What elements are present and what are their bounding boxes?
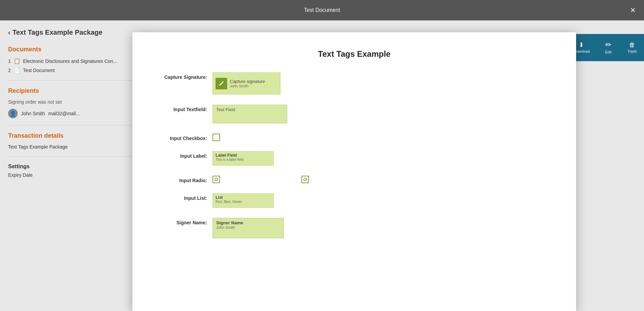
pen-icon — [218, 81, 224, 87]
edit-icon: ✏ — [605, 41, 611, 49]
documents-section-title: Documents — [8, 46, 134, 53]
form-row-signature: Capture Signature: Capture signature Joh… — [153, 72, 556, 94]
list-sub: Red, Blue, Green — [216, 200, 271, 204]
input-list-field[interactable]: List Red, Blue, Green — [213, 193, 274, 208]
doc-number-2: 2 — [8, 68, 11, 73]
signer-sub: John Smith — [216, 225, 280, 229]
form-row-list: Input List: List Red, Blue, Green — [153, 193, 556, 208]
signing-order-text: Signing order was not set — [8, 99, 134, 105]
avatar: 👤 — [8, 109, 18, 118]
form-row-textfield: Input Textfield: Text Field — [153, 105, 556, 123]
doc-icon-1: 📋 — [14, 58, 20, 64]
signature-label: Capture Signature: — [153, 72, 207, 80]
label-field-sub: This is a label field — [216, 158, 271, 161]
textfield-label: Input Textfield: — [153, 105, 207, 112]
signer-name-field[interactable]: Signer Name John Smith — [213, 218, 284, 238]
modal-content: Text Tags Example Capture Signature: Cap… — [132, 32, 576, 265]
signer-label: Signer Name: — [153, 218, 207, 225]
input-label-field[interactable]: Label Field This is a label field — [213, 151, 274, 166]
form-row-radio: Input Radio: — [153, 176, 556, 183]
radio-option-2[interactable] — [301, 176, 309, 183]
modal-title: Text Tags Example — [153, 49, 556, 59]
divider-1 — [8, 80, 134, 81]
textfield-value: Text Field — [216, 107, 235, 112]
close-icon[interactable]: ✕ — [630, 6, 636, 14]
edit-button[interactable]: ✏ Edit — [596, 34, 620, 61]
expiry-label: Expiry Date — [8, 172, 134, 178]
download-icon: ⬇ — [579, 42, 584, 48]
trash-button[interactable]: 🗑 Trash — [620, 34, 644, 61]
recipient-row: 👤 John Smith mail32@mail... — [8, 109, 134, 118]
trash-label: Trash — [627, 49, 637, 53]
input-checkbox[interactable] — [213, 134, 220, 141]
modal-dialog: Text Tags Example Capture Signature: Cap… — [132, 32, 576, 311]
doc-name-1: Electronic Disclosures and Signatures Co… — [23, 58, 117, 64]
transaction-name: Text Tags Example Package — [8, 144, 134, 150]
divider-3 — [8, 156, 134, 157]
recipient-name: John Smith — [21, 111, 45, 116]
form-row-checkbox: Input Checkbox: — [153, 134, 556, 141]
trash-icon: 🗑 — [629, 42, 635, 48]
label-field-label: Input Label: — [153, 151, 207, 159]
capture-sig-sub: John Smith — [230, 84, 265, 88]
back-link[interactable]: ‹ Text Tags Example Package — [8, 29, 134, 36]
recipients-section-title: Recipients — [8, 87, 134, 94]
edit-label: Edit — [605, 50, 612, 54]
signature-text: Capture signature John Smith — [230, 79, 265, 88]
doc-number-1: 1 — [8, 58, 11, 64]
radio-option-1[interactable] — [213, 176, 220, 183]
transaction-section-title: Transaction details — [8, 132, 134, 139]
radio-inner-2 — [303, 178, 307, 181]
radio-row — [213, 176, 309, 183]
capture-sig-main: Capture signature — [230, 79, 265, 84]
back-arrow-icon: ‹ — [8, 29, 11, 36]
form-row-label-field: Input Label: Label Field This is a label… — [153, 151, 556, 166]
doc-item-1[interactable]: 1 📋 Electronic Disclosures and Signature… — [8, 58, 134, 64]
recipient-email: mail32@mail... — [48, 111, 80, 116]
radio-label: Input Radio: — [153, 176, 207, 183]
sidebar: ‹ Text Tags Example Package Documents 1 … — [0, 20, 143, 311]
top-bar-title: Test Document — [304, 7, 340, 13]
form-row-signer: Signer Name: Signer Name John Smith — [153, 218, 556, 238]
list-main: List — [216, 195, 271, 200]
signer-main: Signer Name — [216, 220, 280, 225]
radio-inner-1 — [215, 178, 218, 181]
top-bar: Test Document ✕ — [0, 0, 644, 20]
doc-icon-2: 📄 — [14, 67, 20, 73]
input-textfield[interactable]: Text Field — [213, 105, 287, 123]
doc-item-2[interactable]: 2 📄 Test Document — [8, 67, 134, 73]
doc-name-2: Test Document — [23, 68, 55, 73]
label-field-main: Label Field — [216, 153, 271, 158]
checkbox-label: Input Checkbox: — [153, 134, 207, 141]
pen-icon-box — [216, 78, 227, 89]
page-title: Text Tags Example Package — [13, 29, 103, 36]
list-label: Input List: — [153, 193, 207, 201]
settings-label: Settings — [8, 163, 134, 170]
signature-field[interactable]: Capture signature John Smith — [213, 72, 280, 94]
divider-2 — [8, 125, 134, 125]
